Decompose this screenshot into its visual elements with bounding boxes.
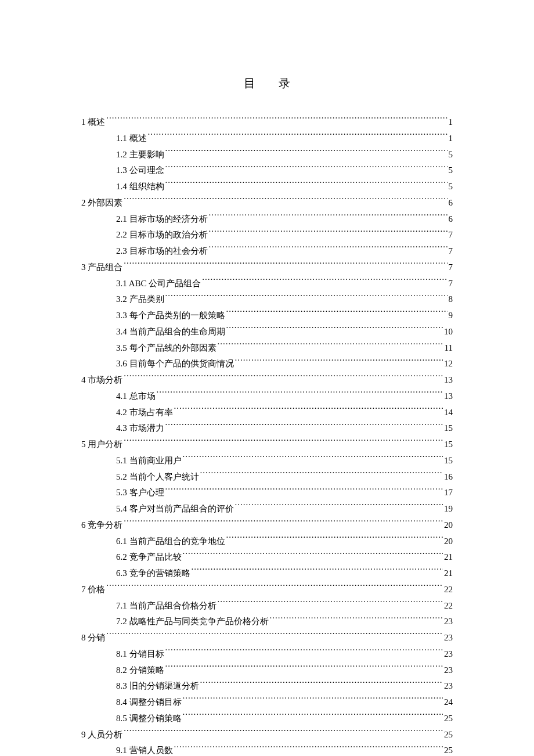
toc-leader-dots bbox=[226, 326, 443, 334]
toc-entry: 3.3 每个产品类别的一般策略9 bbox=[81, 308, 453, 324]
toc-page-number: 1 bbox=[449, 114, 453, 131]
toc-entry-label: 8.5 调整分销策略 bbox=[116, 711, 182, 727]
toc-entry: 1.1 概述1 bbox=[81, 131, 453, 147]
toc-page-number: 16 bbox=[444, 469, 453, 485]
toc-entry: 7.2 战略性产品与同类竞争产品价格分析23 bbox=[81, 614, 453, 630]
toc-entry-label: 7.1 当前产品组合价格分析 bbox=[116, 598, 217, 614]
toc-entry: 4.1 总市场13 bbox=[81, 388, 453, 405]
toc-entry: 5.4 客户对当前产品组合的评价19 bbox=[81, 501, 453, 517]
toc-entry: 8.3 旧的分销渠道分析23 bbox=[81, 678, 453, 694]
toc-page-number: 7 bbox=[449, 276, 453, 292]
toc-entry: 4.3 市场潜力15 bbox=[81, 420, 453, 437]
toc-entry: 1 概述1 bbox=[81, 114, 453, 131]
toc-entry: 4.2 市场占有率14 bbox=[81, 405, 453, 421]
toc-entry-label: 6.2 竞争产品比较 bbox=[116, 549, 182, 566]
toc-leader-dots bbox=[183, 455, 443, 463]
toc-entry-label: 7 价格 bbox=[81, 582, 105, 598]
toc-page-number: 17 bbox=[444, 485, 453, 501]
toc-leader-dots bbox=[165, 422, 443, 431]
toc-entry-label: 3.5 每个产品线的外部因素 bbox=[116, 340, 217, 357]
toc-entry-label: 2.1 目标市场的经济分析 bbox=[116, 211, 208, 228]
toc-leader-dots bbox=[200, 471, 443, 480]
toc-page-number: 21 bbox=[444, 566, 453, 582]
toc-entry-label: 5 用户分析 bbox=[81, 437, 122, 453]
toc-page-number: 22 bbox=[444, 598, 453, 614]
toc-entry-label: 9 人员分析 bbox=[81, 727, 122, 743]
toc-leader-dots bbox=[209, 213, 448, 222]
toc-leader-dots bbox=[165, 648, 443, 657]
toc-entry: 3 产品组合7 bbox=[81, 260, 453, 276]
toc-entry: 3.4 当前产品组合的生命周期10 bbox=[81, 324, 453, 340]
toc-leader-dots bbox=[200, 680, 443, 689]
toc-leader-dots bbox=[192, 567, 443, 576]
toc-page-number: 9 bbox=[449, 308, 453, 324]
toc-entry: 3.2 产品类别8 bbox=[81, 291, 453, 308]
toc-leader-dots bbox=[165, 293, 448, 302]
toc-entry-label: 3.2 产品类别 bbox=[116, 291, 164, 308]
toc-leader-dots bbox=[165, 164, 448, 173]
toc-leader-dots bbox=[148, 132, 448, 141]
toc-entry-label: 1.3 公司理念 bbox=[116, 163, 164, 179]
toc-entry: 1.3 公司理念5 bbox=[81, 163, 453, 179]
toc-entry-label: 4.1 总市场 bbox=[116, 388, 156, 405]
toc-entry: 4 市场分析13 bbox=[81, 372, 453, 388]
toc-page-number: 24 bbox=[444, 694, 453, 711]
toc-leader-dots bbox=[124, 374, 443, 383]
toc-entry-label: 3.4 当前产品组合的生命周期 bbox=[116, 324, 225, 340]
toc-page-number: 23 bbox=[444, 663, 453, 679]
toc-entry: 8.4 调整分销目标24 bbox=[81, 694, 453, 711]
toc-leader-dots bbox=[218, 342, 443, 351]
toc-entry-label: 8.4 调整分销目标 bbox=[116, 694, 182, 711]
toc-page-number: 25 bbox=[444, 711, 453, 727]
toc-entry: 5 用户分析15 bbox=[81, 437, 453, 453]
toc-page-number: 19 bbox=[444, 501, 453, 517]
toc-page-number: 7 bbox=[449, 227, 453, 243]
toc-entry: 8.1 分销目标23 bbox=[81, 646, 453, 663]
toc-leader-dots bbox=[209, 229, 448, 237]
toc-page-number: 14 bbox=[444, 405, 453, 421]
toc-entry-label: 6.1 当前产品组合的竞争地位 bbox=[116, 534, 225, 550]
toc-entry: 2.1 目标市场的经济分析6 bbox=[81, 211, 453, 228]
toc-page-number: 15 bbox=[444, 453, 453, 469]
toc-entry: 6.3 竞争的营销策略21 bbox=[81, 566, 453, 582]
toc-entry-label: 4 市场分析 bbox=[81, 372, 122, 388]
toc-entry-label: 8.1 分销目标 bbox=[116, 646, 164, 663]
toc-page-number: 13 bbox=[444, 372, 453, 388]
toc-page-number: 10 bbox=[444, 324, 453, 340]
toc-entry-label: 1.2 主要影响 bbox=[116, 147, 164, 163]
toc-page-number: 23 bbox=[444, 630, 453, 646]
toc-entry-label: 5.2 当前个人客户统计 bbox=[116, 469, 199, 485]
toc-entry-label: 5.4 客户对当前产品组合的评价 bbox=[116, 501, 234, 517]
toc-entry: 5.2 当前个人客户统计16 bbox=[81, 469, 453, 485]
toc-page-number: 22 bbox=[444, 582, 453, 598]
toc-page-number: 1 bbox=[449, 131, 453, 147]
toc-page-number: 6 bbox=[449, 195, 453, 211]
toc-entry: 9 人员分析25 bbox=[81, 727, 453, 743]
toc-leader-dots bbox=[209, 245, 448, 254]
toc-leader-dots bbox=[235, 358, 443, 366]
toc-page-number: 25 bbox=[444, 727, 453, 743]
toc-entry: 1.4 组织结构5 bbox=[81, 179, 453, 195]
toc-entry-label: 8 分销 bbox=[81, 630, 105, 646]
toc-page-number: 12 bbox=[444, 356, 453, 372]
toc-leader-dots bbox=[226, 535, 443, 544]
toc-leader-dots bbox=[183, 696, 443, 705]
toc-leader-dots bbox=[106, 116, 447, 125]
toc-leader-dots bbox=[106, 632, 443, 640]
toc-entry-label: 1.4 组织结构 bbox=[116, 179, 164, 195]
toc-leader-dots bbox=[124, 261, 447, 270]
toc-entry-label: 4.3 市场潜力 bbox=[116, 420, 164, 437]
toc-entry-label: 7.2 战略性产品与同类竞争产品价格分析 bbox=[116, 614, 269, 630]
toc-page-number: 20 bbox=[444, 534, 453, 550]
toc-page-number: 15 bbox=[444, 437, 453, 453]
toc-entry-label: 4.2 市场占有率 bbox=[116, 405, 173, 421]
toc-leader-dots bbox=[174, 744, 443, 753]
toc-entry-label: 9.1 营销人员数 bbox=[116, 743, 173, 756]
toc-entry-label: 2.2 目标市场的政治分析 bbox=[116, 227, 208, 243]
toc-page-number: 20 bbox=[444, 517, 453, 534]
toc-page-number: 23 bbox=[444, 646, 453, 663]
toc-entry: 8.5 调整分销策略25 bbox=[81, 711, 453, 727]
toc-entry: 6 竞争分析20 bbox=[81, 517, 453, 534]
toc-page-number: 8 bbox=[449, 291, 453, 308]
toc-entry-label: 8.3 旧的分销渠道分析 bbox=[116, 678, 199, 694]
